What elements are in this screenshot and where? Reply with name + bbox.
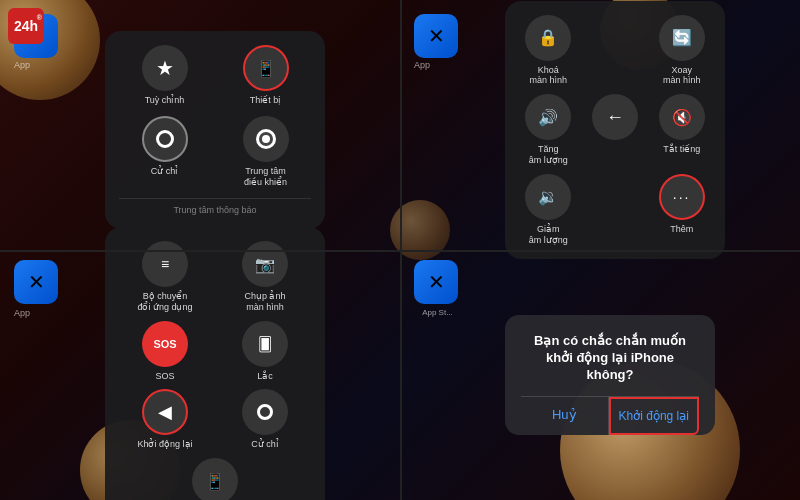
q1-bottom-label: Trung tâm thông báo: [119, 198, 311, 215]
tang-am-icon: 🔊: [525, 94, 571, 140]
them-item[interactable]: ··· Thêm: [652, 174, 711, 246]
thiet-bi-label: Thiết bị: [250, 95, 282, 106]
khoi-dong-lai-q3-label: Khởi động lại: [137, 439, 192, 450]
khoi-dong-lai-icon: ◀: [142, 389, 188, 435]
restart-dialog: Bạn có chắc chắn muốn khởi động lại iPho…: [505, 315, 715, 435]
tat-tieng-label: Tắt tiếng: [663, 144, 700, 155]
logo-registered: ®: [37, 14, 42, 21]
tang-am-label: Tăngâm lượng: [529, 144, 568, 166]
trung-tam-item[interactable]: Trung tâmđiều khiển: [220, 116, 311, 188]
tam-voi-icon: 📱: [192, 458, 238, 500]
q3-icon-grid: ≡ Bộ chuyểnđổi ứng dụng 📷 Chụp ảnhmàn hì…: [119, 241, 311, 450]
sos-item[interactable]: SOS SOS: [119, 321, 211, 382]
dialog-buttons: Huỷ Khởi động lại: [521, 396, 699, 435]
thong-bao-label: Trung tâm thông báo: [173, 205, 256, 215]
app-icon-q3-symbol: ✕: [28, 270, 45, 294]
sos-label: SOS: [155, 371, 174, 382]
xoay-label: Xoaymàn hình: [663, 65, 701, 87]
center-divider-h: [0, 250, 800, 252]
cu-chi-item[interactable]: Cử chỉ: [119, 116, 210, 188]
tat-tieng-item[interactable]: 🔇 Tắt tiếng: [652, 94, 711, 166]
app-label-q2: App: [414, 60, 430, 70]
khoa-icon: 🔒: [525, 15, 571, 61]
restart-button[interactable]: Khởi động lại: [609, 397, 700, 435]
trung-tam-label: Trung tâmđiều khiển: [244, 166, 287, 188]
trung-tam-dot: [262, 135, 270, 143]
giam-am-icon: 🔉: [525, 174, 571, 220]
khoa-label: Khoámàn hình: [530, 65, 568, 87]
chup-anh-label: Chụp ảnhmàn hình: [244, 291, 285, 313]
sos-icon: SOS: [142, 321, 188, 367]
app-icon-q2-symbol: ✕: [428, 24, 445, 48]
cu-chi-label: Cử chỉ: [151, 166, 179, 177]
them-icon: ···: [659, 174, 705, 220]
app-icon-q4: ✕: [414, 260, 458, 304]
xoay-item[interactable]: 🔄 Xoaymàn hình: [652, 15, 711, 87]
cu-chi-symbol: [156, 130, 174, 148]
cu-chi-q3-label: Cử chỉ: [251, 439, 279, 450]
back-icon: ←: [592, 94, 638, 140]
tuy-chinh-label: Tuỳ chỉnh: [145, 95, 185, 106]
thiet-bi-icon: 📱: [243, 45, 289, 91]
tat-tieng-icon: 🔇: [659, 94, 705, 140]
quadrant-bottom-left: ✕ App ≡ Bộ chuyểnđổi ứng dụng 📷 Chụp ảnh…: [0, 250, 400, 500]
cu-chi-icon: [142, 116, 188, 162]
cu-chi-q3-item[interactable]: Cử chỉ: [219, 389, 311, 450]
bo-chuyen-doi-label: Bộ chuyểnđổi ứng dụng: [137, 291, 192, 313]
logo-text: 24h: [14, 18, 38, 34]
q2-icon-grid: 🔒 Khoámàn hình 🔄 Xoaymàn hình 🔊 Tăngâm l…: [519, 15, 711, 246]
quadrant-bottom-right: ✕ App St... Bạn có chắc chắn muốn khởi đ…: [400, 250, 800, 500]
tuy-chinh-item[interactable]: ★ Tuỳ chỉnh: [119, 45, 210, 106]
app-label-q1: App: [14, 60, 30, 70]
chup-anh-icon: 📷: [242, 241, 288, 287]
logo: 24h ®: [8, 8, 44, 44]
giam-am-label: Giảmâm lượng: [529, 224, 568, 246]
volume-panel: 🔒 Khoámàn hình 🔄 Xoaymàn hình 🔊 Tăngâm l…: [505, 1, 725, 260]
giam-am-item[interactable]: 🔉 Giảmâm lượng: [519, 174, 578, 246]
app-icon-q4-symbol: ✕: [428, 270, 445, 294]
khoa-man-hinh-item[interactable]: 🔒 Khoámàn hình: [519, 15, 578, 87]
dialog-title: Bạn có chắc chắn muốn khởi động lại iPho…: [521, 333, 699, 384]
accessibility-panel: ★ Tuỳ chỉnh 📱 Thiết bị Cử chỉ: [105, 31, 325, 228]
quadrant-top-left: ✕ App ★ Tuỳ chỉnh 📱 Thiết bị Cử chỉ: [0, 0, 400, 250]
trung-tam-inner: [259, 132, 273, 146]
xoay-icon: 🔄: [659, 15, 705, 61]
q3-bottom-row: 📱 Tầm với: [119, 458, 311, 500]
shortcuts-panel: ≡ Bộ chuyểnđổi ứng dụng 📷 Chụp ảnhmàn hì…: [105, 227, 325, 500]
empty-top-center: [586, 15, 645, 87]
app-icon-q3: ✕: [14, 260, 58, 304]
lac-item[interactable]: 🂠 Lắc: [219, 321, 311, 382]
sos-text: SOS: [153, 338, 176, 350]
tuy-chinh-icon: ★: [142, 45, 188, 91]
thiet-bi-item[interactable]: 📱 Thiết bị: [220, 45, 311, 106]
back-item[interactable]: ←: [586, 94, 645, 166]
lac-label: Lắc: [257, 371, 273, 382]
bo-chuyen-doi-icon: ≡: [142, 241, 188, 287]
app-label-q4: App St...: [410, 308, 465, 317]
tang-am-item[interactable]: 🔊 Tăngâm lượng: [519, 94, 578, 166]
cancel-button[interactable]: Huỷ: [521, 397, 608, 435]
empty-bottom: [586, 174, 645, 246]
cu-chi-q3-icon: [242, 389, 288, 435]
q1-icon-grid: ★ Tuỳ chỉnh 📱 Thiết bị Cử chỉ: [119, 45, 311, 187]
cu-chi-q3-symbol: [257, 404, 273, 420]
trung-tam-icon: [243, 116, 289, 162]
lac-icon: 🂠: [242, 321, 288, 367]
khoi-dong-lai-q3-item[interactable]: ◀ Khởi động lại: [119, 389, 211, 450]
app-icon-q2: ✕: [414, 14, 458, 58]
quadrant-top-right: ✕ App 🔒 Khoámàn hình 🔄 Xoaymàn hình 🔊 Tă…: [400, 0, 800, 250]
tam-voi-item[interactable]: 📱 Tầm với: [192, 458, 238, 500]
app-label-q3: App: [14, 308, 30, 318]
them-label: Thêm: [670, 224, 693, 235]
